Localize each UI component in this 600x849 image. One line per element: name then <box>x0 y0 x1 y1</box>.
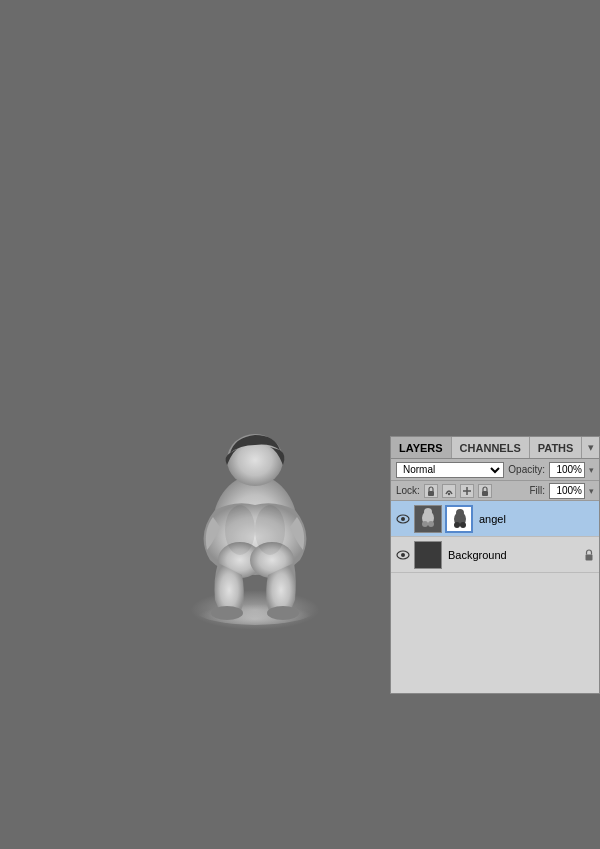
svg-rect-13 <box>482 491 488 496</box>
lock-row: Lock: Fill: ▾ <box>391 481 599 501</box>
layer-mask-angel <box>445 505 473 533</box>
visibility-icon-angel[interactable] <box>395 511 411 527</box>
lock-transparency-icon[interactable] <box>424 484 438 498</box>
svg-rect-9 <box>428 491 434 496</box>
layer-item-angel[interactable]: angel <box>391 501 599 537</box>
svg-point-18 <box>424 508 432 516</box>
figure-container <box>175 360 335 630</box>
lock-label: Lock: <box>396 485 420 496</box>
fill-label: Fill: <box>529 485 545 496</box>
opacity-dropdown-icon[interactable]: ▾ <box>589 465 594 475</box>
svg-point-5 <box>211 606 243 620</box>
opacity-label: Opacity: <box>508 464 545 475</box>
svg-point-23 <box>456 509 464 517</box>
svg-point-27 <box>401 553 405 557</box>
canvas: LAYERS CHANNELS PATHS ▾ Normal Multiply … <box>0 0 600 849</box>
svg-point-24 <box>454 522 460 528</box>
svg-point-10 <box>448 492 450 494</box>
blend-mode-row: Normal Multiply Screen Opacity: ▾ <box>391 459 599 481</box>
svg-point-25 <box>460 522 466 528</box>
panel-bottom-area <box>391 573 599 693</box>
svg-point-6 <box>267 606 299 620</box>
tab-paths[interactable]: PATHS <box>530 437 583 458</box>
svg-rect-28 <box>415 542 441 568</box>
figure-svg <box>175 365 335 625</box>
layer-lock-icon <box>583 549 595 561</box>
lock-all-icon[interactable] <box>478 484 492 498</box>
blend-mode-select[interactable]: Normal Multiply Screen <box>396 462 504 478</box>
layer-item-background[interactable]: Background <box>391 537 599 573</box>
panel-menu-button[interactable]: ▾ <box>582 437 599 458</box>
svg-rect-29 <box>586 554 593 560</box>
tab-layers[interactable]: LAYERS <box>391 437 452 458</box>
lock-position-icon[interactable] <box>460 484 474 498</box>
layer-name-angel: angel <box>476 513 595 525</box>
svg-point-7 <box>225 505 255 555</box>
layers-panel: LAYERS CHANNELS PATHS ▾ Normal Multiply … <box>390 436 600 694</box>
layer-name-background: Background <box>445 549 580 561</box>
fill-dropdown-icon[interactable]: ▾ <box>589 486 594 496</box>
svg-point-15 <box>401 517 405 521</box>
opacity-input[interactable] <box>549 462 585 478</box>
svg-point-19 <box>422 521 428 527</box>
svg-point-20 <box>428 521 434 527</box>
lock-paint-icon[interactable] <box>442 484 456 498</box>
tab-channels[interactable]: CHANNELS <box>452 437 530 458</box>
layers-list: angel Background <box>391 501 599 573</box>
visibility-icon-background[interactable] <box>395 547 411 563</box>
tabs-row: LAYERS CHANNELS PATHS ▾ <box>391 437 599 459</box>
fill-input[interactable] <box>549 483 585 499</box>
svg-point-8 <box>255 505 285 555</box>
layer-thumb-angel <box>414 505 442 533</box>
layer-thumb-background <box>414 541 442 569</box>
